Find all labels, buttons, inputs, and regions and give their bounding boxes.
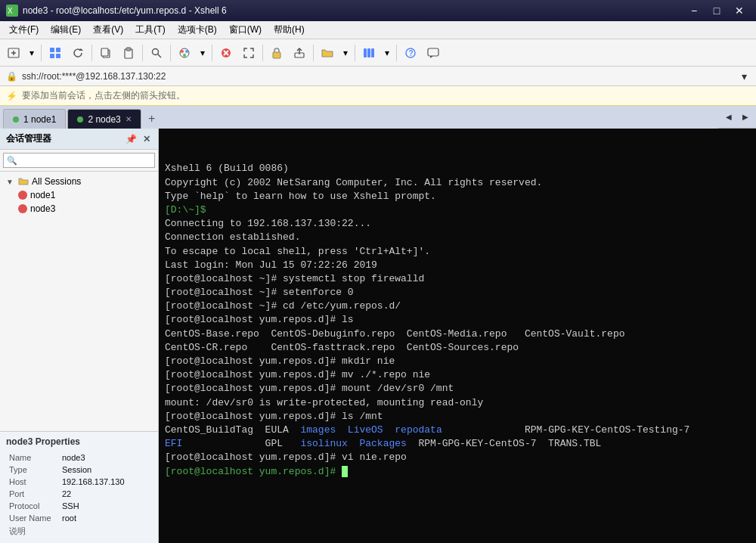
svg-point-17 [181, 50, 184, 53]
tab-nav-right[interactable]: ▶ [738, 110, 753, 125]
svg-rect-7 [50, 54, 54, 58]
sep6 [262, 45, 263, 61]
address-text: ssh://root:****@192.168.137.130:22 [22, 71, 733, 82]
svg-rect-27 [367, 48, 370, 57]
address-dropdown-button[interactable]: ▾ [738, 70, 750, 82]
svg-rect-8 [56, 54, 60, 58]
svg-rect-31 [428, 48, 438, 56]
copy-button[interactable] [95, 42, 116, 64]
minimize-button[interactable]: − [683, 2, 705, 19]
tab-add-button[interactable]: + [143, 109, 161, 129]
session-manager-button[interactable] [45, 42, 66, 64]
terminal-line: CentOS_BuildTag EULA images LiveOS repod… [165, 424, 750, 437]
sep5 [212, 45, 212, 61]
terminal-line: [D:\~]$ [165, 203, 750, 217]
expand-button[interactable] [238, 42, 259, 64]
tree-item-node1[interactable]: node1 [15, 188, 155, 202]
property-row: Namenode3 [6, 451, 152, 464]
lock-icon: 🔒 [6, 71, 17, 82]
stop-button[interactable] [215, 42, 237, 64]
maximize-button[interactable]: □ [706, 2, 727, 19]
session-pin-button[interactable]: 📌 [124, 132, 138, 146]
chat-button[interactable] [423, 42, 444, 64]
property-key: Name [6, 451, 59, 464]
notice-text: 要添加当前会话，点击左侧的箭头按钮。 [22, 89, 185, 102]
find-button[interactable] [146, 42, 167, 64]
menu-tabs[interactable]: 选项卡(B) [172, 21, 223, 39]
terminal-line: [root@localhost ~]# setenforce 0 [165, 286, 750, 299]
menu-help[interactable]: 帮助(H) [268, 21, 311, 39]
tab-nav-buttons: ◀ ▶ [718, 106, 756, 128]
svg-rect-11 [101, 48, 108, 56]
new-session-dropdown[interactable]: ▾ [26, 42, 38, 64]
property-value: root [59, 512, 152, 524]
terminal-area: Xshell 6 (Build 0086)Copyright (c) 2002 … [159, 129, 756, 543]
session-panel: 会话管理器 📌 ✕ ▼ All Sessions node1 [0, 129, 159, 543]
columns-dropdown[interactable]: ▾ [381, 42, 393, 64]
svg-rect-5 [50, 48, 54, 52]
terminal-line: [root@localhost yum.repos.d]# mv ./*.rep… [165, 368, 750, 382]
refresh-button[interactable] [67, 42, 88, 64]
help-button[interactable]: ? [400, 42, 421, 64]
svg-text:?: ? [409, 49, 414, 57]
svg-text:X: X [8, 7, 13, 15]
property-value [59, 524, 152, 538]
sep4 [170, 45, 171, 61]
property-key: Port [6, 488, 59, 500]
folder-dropdown[interactable]: ▾ [339, 42, 352, 64]
node1-label: node1 [30, 190, 55, 200]
folder-button[interactable] [317, 42, 338, 64]
session-search-input[interactable] [3, 153, 155, 168]
new-session-button[interactable] [3, 42, 24, 64]
address-bar: 🔒 ssh://root:****@192.168.137.130:22 ▾ [0, 67, 756, 86]
tab-nav-left[interactable]: ◀ [721, 110, 736, 125]
menu-edit[interactable]: 编辑(E) [45, 21, 87, 39]
menu-view[interactable]: 查看(V) [87, 21, 129, 39]
columns-button[interactable] [358, 42, 380, 64]
lock-button[interactable] [266, 42, 287, 64]
property-value: SSH [59, 500, 152, 512]
session-tree: ▼ All Sessions node1 node3 [0, 172, 158, 431]
property-value: 22 [59, 488, 152, 500]
property-row: TypeSession [6, 464, 152, 476]
all-sessions-label: All Sessions [32, 176, 81, 187]
color-dropdown[interactable]: ▾ [197, 42, 209, 64]
sep3 [142, 45, 143, 61]
session-header: 会话管理器 📌 ✕ [0, 129, 158, 150]
terminal-line: CentOS-CR.repo CentOS-fasttrack.repo Cen… [165, 341, 750, 355]
tab-node1[interactable]: 1 node1 [3, 109, 66, 129]
upload-button[interactable] [289, 42, 310, 64]
tree-item-node3[interactable]: node3 [15, 202, 155, 216]
app-icon: X [6, 5, 18, 17]
svg-line-15 [158, 54, 162, 57]
session-search-area [0, 150, 158, 172]
close-button[interactable]: ✕ [729, 2, 750, 19]
tree-item-all-sessions[interactable]: ▼ All Sessions [3, 175, 155, 188]
paste-button[interactable] [118, 42, 139, 64]
property-row: 说明 [6, 524, 152, 538]
terminal-line: Last login: Mon Jul 15 07:22:26 2019 [165, 259, 750, 272]
menu-window[interactable]: 窗口(W) [223, 21, 268, 39]
menu-file[interactable]: 文件(F) [3, 21, 45, 39]
tab-close-node3[interactable]: ✕ [125, 115, 132, 123]
terminal-line: [root@localhost yum.repos.d]# mkdir nie [165, 355, 750, 368]
sep8 [355, 45, 355, 61]
session-panel-title: 会话管理器 [6, 132, 121, 145]
sep1 [41, 45, 42, 61]
sep2 [91, 45, 92, 61]
terminal-line: [root@localhost ~]# cd /etc/yum.repos.d/ [165, 299, 750, 313]
terminal-line: EFI GPL isolinux Packages RPM-GPG-KEY-Ce… [165, 437, 750, 451]
folder-icon [18, 176, 29, 187]
terminal-line: mount: /dev/sr0 is write-protected, moun… [165, 396, 750, 410]
color-button[interactable] [174, 42, 195, 64]
tab-node3[interactable]: 2 node3 ✕ [67, 109, 141, 129]
menu-tools[interactable]: 工具(T) [129, 21, 171, 39]
terminal-line: Copyright (c) 2002 NetSarang Computer, I… [165, 176, 750, 190]
property-row: ProtocolSSH [6, 500, 152, 512]
main-split: 会话管理器 📌 ✕ ▼ All Sessions node1 [0, 129, 756, 543]
property-key: Host [6, 476, 59, 488]
terminal-content[interactable]: Xshell 6 (Build 0086)Copyright (c) 2002 … [159, 129, 756, 543]
terminal-line: [root@localhost yum.repos.d]# [165, 465, 750, 479]
terminal-line: Connecting to 192.168.137.130:22... [165, 217, 750, 231]
session-close-button[interactable]: ✕ [141, 132, 152, 146]
